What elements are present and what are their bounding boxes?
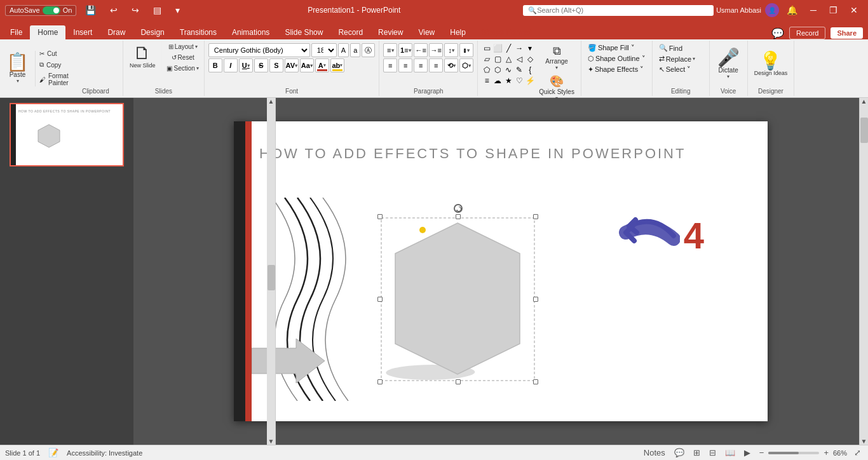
font-decrease-button[interactable]: a — [350, 43, 360, 57]
strikethrough-button[interactable]: S — [254, 58, 268, 72]
design-ideas-button[interactable]: 💡 Design Ideas — [750, 42, 792, 86]
avatar[interactable]: 👤 — [765, 3, 779, 17]
close-button[interactable]: ✕ — [845, 4, 863, 17]
shape-eq[interactable]: ≡ — [482, 76, 492, 86]
shape-line[interactable]: ╱ — [503, 43, 513, 53]
line-spacing-button[interactable]: ↕▾ — [444, 43, 458, 57]
tab-review[interactable]: Review — [370, 25, 410, 39]
save-button[interactable]: 💾 — [80, 4, 101, 17]
hexagon-selected[interactable] — [380, 217, 536, 382]
comments-status-button[interactable]: 💬 — [672, 448, 686, 457]
convert-smartart-button[interactable]: ⬡▾ — [459, 58, 473, 72]
new-slide-button[interactable]: 🗋 New Slide — [126, 42, 159, 71]
comments-button[interactable]: 💬 — [771, 27, 784, 39]
shape-arrow-line[interactable]: → — [514, 43, 524, 53]
scroll-up-button[interactable]: ▲ — [268, 98, 275, 105]
slide-sorter-button[interactable]: ⊟ — [707, 448, 718, 457]
font-increase-button[interactable]: A — [338, 43, 349, 57]
shape-rect2[interactable]: ▱ — [482, 54, 492, 64]
font-size-select[interactable]: 18 — [311, 43, 337, 57]
underline-button[interactable]: U▾ — [239, 58, 253, 72]
restore-button[interactable]: ❐ — [824, 4, 843, 17]
italic-button[interactable]: I — [224, 58, 238, 72]
shape-heart[interactable]: ♡ — [514, 76, 524, 86]
shape-cloud[interactable]: ☁ — [492, 76, 503, 86]
cut-button[interactable]: ✂ Cut — [37, 49, 71, 58]
tab-insert[interactable]: Insert — [65, 25, 100, 39]
text-direction-button[interactable]: ⟲▾ — [444, 58, 458, 72]
search-input[interactable] — [537, 6, 709, 14]
shape-brace[interactable]: { — [525, 65, 535, 75]
tab-animations[interactable]: Animations — [224, 25, 277, 39]
tab-home[interactable]: Home — [30, 25, 65, 39]
present-button[interactable]: ▤ — [148, 4, 166, 17]
section-button[interactable]: ▣ Section ▾ — [164, 64, 201, 73]
dictate-button[interactable]: 🎤 Dictate ▾ — [714, 42, 743, 86]
align-left-button[interactable]: ≡ — [383, 58, 397, 72]
increase-indent-button[interactable]: →≡ — [429, 43, 443, 57]
shape-curve[interactable]: ∿ — [503, 65, 513, 75]
notes-button[interactable]: Notes — [642, 448, 667, 457]
shape-round-rect[interactable]: ▢ — [492, 54, 503, 64]
tab-slideshow[interactable]: Slide Show — [277, 25, 330, 39]
find-button[interactable]: 🔍 Find — [656, 43, 698, 53]
right-scroll-down-button[interactable]: ▼ — [861, 438, 867, 445]
copy-button[interactable]: ⧉ Copy — [37, 60, 71, 70]
handle-bm[interactable] — [456, 379, 461, 384]
select-button[interactable]: ↖ Select ˅ — [656, 65, 698, 74]
bullets-button[interactable]: ≡▾ — [383, 43, 397, 57]
minimize-button[interactable]: ─ — [805, 4, 822, 17]
autosave-toggle[interactable] — [43, 6, 60, 15]
paste-button[interactable]: 📋 Paste ▾ — [3, 51, 32, 86]
char-spacing-button[interactable]: AV▾ — [285, 58, 299, 72]
zoom-slider[interactable] — [768, 452, 819, 454]
left-panel-scrollbar[interactable]: ▲ ▼ — [267, 98, 276, 445]
handle-bl[interactable] — [377, 379, 383, 384]
clear-format-button[interactable]: Ⓐ — [362, 43, 375, 57]
shape-rtriangle[interactable]: ◁ — [514, 54, 524, 64]
scroll-down-button[interactable]: ▼ — [268, 438, 275, 445]
format-painter-button[interactable]: 🖌 Format Painter — [37, 71, 71, 88]
fit-to-window-button[interactable]: ⤢ — [852, 448, 863, 457]
slide-thumbnail[interactable]: HOW TO ADD EFFECTS TO SHAPE IN POWERPOIN… — [10, 103, 124, 166]
tab-transitions[interactable]: Transitions — [172, 25, 224, 39]
record-button[interactable]: Record — [789, 27, 825, 39]
zoom-out-button[interactable]: − — [757, 448, 766, 457]
shape-fill-button[interactable]: 🪣 Shape Fill ˅ — [585, 43, 648, 53]
tab-design[interactable]: Design — [133, 25, 172, 39]
tab-draw[interactable]: Draw — [100, 25, 133, 39]
font-family-select[interactable]: Century Gothic (Body) — [208, 43, 310, 57]
undo-button[interactable]: ↩ — [105, 4, 123, 17]
handle-tl[interactable] — [377, 214, 383, 219]
shape-freeform[interactable]: ✎ — [514, 65, 524, 75]
shape-textbox[interactable]: ⬜ — [492, 43, 503, 53]
shape-pentagon[interactable]: ⬠ — [482, 65, 492, 75]
right-scrollbar[interactable]: ▲ ▼ — [859, 98, 868, 445]
shape-lightning[interactable]: ⚡ — [525, 76, 535, 86]
handle-ml[interactable] — [377, 297, 383, 302]
shape-outline-button[interactable]: ⬡ Shape Outline ˅ — [585, 54, 648, 64]
handle-mr[interactable] — [533, 297, 538, 302]
arrange-button[interactable]: ⧉ Arrange ▾ — [536, 43, 577, 72]
shape-triangle[interactable]: △ — [503, 54, 513, 64]
canvas-area[interactable]: ▲ ▼ HOW TO ADD EFFECTS TO SHAPE IN POWER… — [133, 98, 868, 445]
font-color-button[interactable]: A ▾ — [315, 58, 329, 72]
decrease-indent-button[interactable]: ←≡ — [414, 43, 428, 57]
change-case-button[interactable]: Aa▾ — [300, 58, 314, 72]
tab-record[interactable]: Record — [330, 25, 370, 39]
replace-button[interactable]: ⇄ Replace ▾ — [656, 54, 698, 64]
slide-show-button[interactable]: ▶ — [742, 448, 752, 457]
shape-rect[interactable]: ▭ — [482, 43, 492, 53]
notes-panel-toggle[interactable]: 📝 — [46, 448, 60, 457]
search-bar[interactable]: 🔍 — [523, 5, 714, 16]
shape-diamond[interactable]: ◇ — [525, 54, 535, 64]
tab-view[interactable]: View — [410, 25, 442, 39]
handle-tr[interactable] — [533, 214, 538, 219]
shape-more[interactable]: ▾ — [525, 43, 535, 53]
bold-button[interactable]: B — [208, 58, 222, 72]
right-scroll-up-button[interactable]: ▲ — [861, 98, 867, 105]
zoom-in-button[interactable]: + — [822, 448, 831, 457]
align-center-button[interactable]: ≡ — [398, 58, 412, 72]
highlight-button[interactable]: ab ▾ — [330, 58, 344, 72]
share-button[interactable]: Share — [831, 27, 863, 39]
